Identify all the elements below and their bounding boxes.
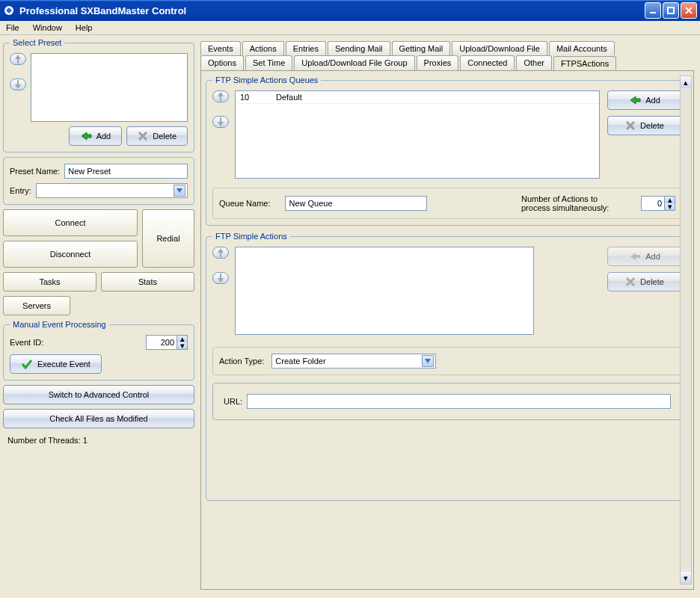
action-move-up-button[interactable] — [212, 247, 229, 259]
manual-event-group: Manual Event Processing Event ID: ▴▾ Exe… — [3, 320, 194, 380]
delete-x-icon — [625, 120, 636, 131]
titlebar: Professional SXBandMaster Control — [0, 0, 700, 21]
tabs-row-2: OptionsSet TimeUpload/Download File Grou… — [197, 55, 697, 70]
ftp-actions-legend: FTP Simple Actions — [212, 232, 290, 241]
preset-name-group: Preset Name: Entry: — [3, 157, 194, 205]
action-add-button[interactable]: Add — [607, 247, 682, 266]
preset-name-label: Preset Name: — [10, 167, 60, 176]
tab-content-ftpsactions: FTP Simple Actions Queues 10Default Add — [200, 70, 694, 590]
num-actions-label: Number of Actions to process simultaneou… — [521, 194, 626, 212]
action-type-value: Create Folder — [275, 357, 325, 366]
entry-label: Entry: — [10, 186, 31, 195]
add-arrow-icon — [629, 96, 641, 105]
preset-add-button[interactable]: Add — [69, 126, 123, 146]
queue-add-label: Add — [645, 96, 660, 105]
queue-add-button[interactable]: Add — [607, 90, 682, 110]
action-move-down-button[interactable] — [212, 272, 229, 284]
action-add-label: Add — [645, 252, 660, 261]
manual-event-legend: Manual Event Processing — [10, 320, 109, 329]
preset-delete-label: Delete — [153, 132, 176, 141]
menu-help[interactable]: Help — [76, 23, 93, 32]
add-arrow-icon — [629, 252, 641, 261]
scroll-down-icon[interactable]: ▾ — [681, 572, 691, 584]
maximize-button[interactable] — [663, 2, 679, 19]
stats-button[interactable]: Stats — [101, 272, 194, 292]
tab-getting-mail[interactable]: Getting Mail — [392, 41, 451, 55]
select-preset-group: Select Preset Add Delete — [3, 38, 194, 152]
event-id-spinner[interactable]: ▴▾ — [146, 335, 188, 350]
spin-down-icon[interactable]: ▾ — [176, 342, 187, 349]
url-input[interactable] — [247, 394, 671, 409]
tab-entries[interactable]: Entries — [286, 41, 326, 55]
add-arrow-icon — [80, 132, 92, 141]
queue-list-row[interactable]: 10Default — [236, 91, 599, 104]
execute-event-label: Execute Event — [37, 360, 90, 369]
preset-move-down-button[interactable] — [10, 78, 26, 90]
tabs-row-1: EventsActionsEntriesSending MailGetting … — [197, 38, 697, 55]
preset-list[interactable] — [31, 53, 188, 122]
tab-mail-accounts[interactable]: Mail Accounts — [549, 41, 615, 55]
preset-name-input[interactable] — [64, 164, 188, 179]
tasks-button[interactable]: Tasks — [3, 272, 96, 292]
queue-name-label: Queue Name: — [219, 199, 270, 208]
tab-upload-download-file-group[interactable]: Upload/Download File Group — [294, 55, 414, 70]
event-id-input[interactable] — [147, 338, 176, 347]
preset-add-label: Add — [96, 132, 111, 141]
menu-window[interactable]: Window — [33, 23, 62, 32]
select-preset-legend: Select Preset — [10, 38, 64, 47]
svg-rect-1 — [650, 12, 656, 13]
delete-x-icon — [625, 277, 636, 287]
tab-connected[interactable]: Connected — [460, 55, 515, 70]
tab-upload-download-file[interactable]: Upload/Download File — [452, 41, 547, 55]
close-button[interactable] — [681, 2, 697, 19]
tab-options[interactable]: Options — [200, 55, 244, 70]
ftp-queues-group: FTP Simple Actions Queues 10Default Add — [206, 75, 689, 226]
minimize-button[interactable] — [645, 2, 661, 19]
action-type-combo[interactable]: Create Folder — [271, 354, 436, 369]
delete-x-icon — [138, 131, 148, 141]
content-scrollbar[interactable]: ▴ ▾ — [680, 75, 692, 585]
url-label: URL: — [224, 397, 242, 406]
num-actions-spinner[interactable]: ▴▾ — [641, 196, 675, 211]
event-id-label: Event ID: — [10, 338, 43, 347]
switch-advanced-button[interactable]: Switch to Advanced Control — [3, 385, 194, 404]
tab-set-time[interactable]: Set Time — [245, 55, 292, 70]
queue-delete-label: Delete — [640, 121, 664, 130]
redial-button[interactable]: Redial — [142, 209, 194, 268]
chevron-down-icon — [422, 355, 434, 367]
threads-status: Number of Threads: 1 — [3, 433, 194, 448]
chevron-down-icon — [174, 185, 185, 197]
entry-combo[interactable] — [36, 183, 188, 198]
tab-other[interactable]: Other — [516, 55, 552, 70]
tab-ftpsactions[interactable]: FTPSActions — [553, 56, 616, 71]
tab-actions[interactable]: Actions — [242, 41, 284, 55]
action-list[interactable] — [235, 247, 534, 335]
scroll-up-icon[interactable]: ▴ — [681, 76, 691, 88]
menu-file[interactable]: File — [6, 23, 19, 32]
num-actions-input[interactable] — [642, 199, 664, 208]
preset-delete-button[interactable]: Delete — [126, 126, 188, 146]
queue-name-input[interactable] — [285, 196, 427, 211]
queue-delete-button[interactable]: Delete — [607, 116, 682, 135]
app-icon — [3, 4, 15, 16]
action-delete-button[interactable]: Delete — [607, 272, 682, 292]
check-all-files-button[interactable]: Check All Files as Modified — [3, 409, 194, 428]
servers-button[interactable]: Servers — [3, 296, 70, 315]
tab-sending-mail[interactable]: Sending Mail — [328, 41, 390, 55]
tab-proxies[interactable]: Proxies — [417, 55, 459, 70]
connect-button[interactable]: Connect — [3, 209, 138, 236]
action-delete-label: Delete — [640, 277, 664, 286]
action-type-label: Action Type: — [219, 357, 264, 366]
queue-list[interactable]: 10Default — [235, 90, 600, 179]
window-title: Professional SXBandMaster Control — [19, 5, 645, 16]
queue-move-up-button[interactable] — [212, 90, 229, 102]
preset-move-up-button[interactable] — [10, 53, 26, 65]
spin-down-icon[interactable]: ▾ — [664, 203, 675, 210]
disconnect-button[interactable]: Disconnect — [3, 241, 138, 268]
execute-event-button[interactable]: Execute Event — [10, 354, 102, 374]
svg-rect-2 — [668, 7, 674, 13]
queue-move-down-button[interactable] — [212, 116, 229, 128]
tab-events[interactable]: Events — [200, 41, 241, 55]
queue-row-name: Default — [276, 93, 302, 102]
queue-row-id: 10 — [240, 93, 262, 102]
